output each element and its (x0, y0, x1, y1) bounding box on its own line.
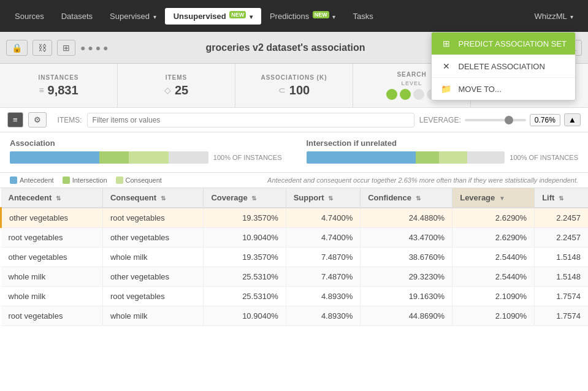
cell-leverage: 2.6290% (452, 228, 535, 248)
leverage-value: 0.76% (530, 114, 560, 126)
table-row[interactable]: root vegetablesother vegetables10.9040%4… (1, 228, 589, 248)
nav-tasks[interactable]: Tasks (344, 8, 381, 25)
move-icon: 📁 (440, 84, 452, 94)
list-view-btn[interactable]: ≡ (7, 112, 23, 127)
cell-consequent: other vegetables (102, 267, 204, 287)
cell-leverage: 2.1090% (452, 306, 535, 326)
cell-support: 4.7400% (286, 228, 361, 248)
legend-consequent-dot (116, 177, 123, 184)
cell-lift: 1.5148 (535, 267, 588, 287)
items-filter-label: ITEMS: (58, 116, 82, 124)
supervised-arrow: ▾ (153, 13, 156, 20)
instances-label: INSTANCES (38, 74, 78, 81)
support-sort: ⇅ (328, 195, 333, 202)
table-header: Antecedent ⇅ Consequent ⇅ Coverage ⇅ Sup… (1, 188, 589, 208)
nav-user[interactable]: WhizzML ▾ (525, 8, 582, 25)
consequent-sort: ⇅ (161, 195, 166, 202)
table-body: other vegetablesroot vegetables19.3570%4… (1, 208, 589, 326)
intersection-unrelated-title: Intersection if unrelated (307, 139, 579, 148)
cell-confidence: 29.3230% (361, 267, 452, 287)
hierarchy-btn[interactable]: ⛓ (32, 40, 52, 56)
cell-confidence: 38.6760% (361, 248, 452, 267)
cell-leverage: 2.5440% (452, 248, 535, 267)
table-row[interactable]: other vegetableswhole milk19.3570%7.4870… (1, 248, 589, 267)
top-navigation: Sources Datasets Supervised ▾ Unsupervis… (0, 0, 588, 32)
predict-icon: ⊞ (440, 39, 452, 48)
nav-datasets[interactable]: Datasets (53, 8, 101, 25)
move-to-item[interactable]: 📁 MOVE TO... (432, 78, 576, 100)
nav-sources[interactable]: Sources (6, 8, 53, 25)
filter-btn-icon[interactable]: ⚙ (28, 112, 47, 127)
association-bar (10, 151, 208, 164)
table-row[interactable]: other vegetablesroot vegetables19.3570%4… (1, 208, 589, 228)
filter-bar: ≡ ⚙ ITEMS: LEVERAGE: 0.76% ▲ (0, 108, 588, 132)
level-dot-3 (413, 89, 424, 100)
leverage-slider[interactable] (465, 119, 526, 121)
status-dots: ● ● ● ● (80, 43, 109, 53)
cell-support: 4.7400% (286, 208, 361, 228)
cell-coverage: 19.3570% (204, 248, 286, 267)
items-icon: ◇ (164, 85, 171, 95)
cell-antecedent: root vegetables (1, 228, 103, 248)
cell-antecedent: other vegetables (1, 248, 103, 267)
cell-support: 4.8930% (286, 287, 361, 306)
leverage-sort: ▼ (499, 195, 505, 202)
col-lift[interactable]: Lift ⇅ (535, 188, 588, 208)
table-wrapper[interactable]: Antecedent ⇅ Consequent ⇅ Coverage ⇅ Sup… (0, 188, 588, 391)
col-coverage[interactable]: Coverage ⇅ (204, 188, 286, 208)
association-bar-antecedent (10, 151, 99, 164)
move-to-label: MOVE TO... (459, 85, 502, 94)
cell-coverage: 19.3570% (204, 208, 286, 228)
legend: Antecedent Intersection Consequent (10, 177, 162, 184)
content-area: 🔒 ⛓ ⊞ ● ● ● ● groceries v2 dataset's ass… (0, 32, 588, 391)
leverage-up-btn[interactable]: ▲ (564, 113, 581, 126)
association-bar-consequent (129, 151, 169, 164)
cell-consequent: root vegetables (102, 287, 204, 306)
table-row[interactable]: root vegetableswhole milk10.9040%4.8930%… (1, 306, 589, 326)
stat-instances: INSTANCES ≡ 9,831 (0, 64, 118, 107)
cell-lift: 1.7574 (535, 287, 588, 306)
items-value: 25 (175, 83, 188, 97)
col-antecedent[interactable]: Antecedent ⇅ (1, 188, 103, 208)
col-consequent[interactable]: Consequent ⇅ (102, 188, 204, 208)
legend-antecedent-dot (10, 177, 17, 184)
lift-sort: ⇅ (559, 195, 563, 202)
legend-antecedent: Antecedent (10, 177, 54, 184)
items-label: ITEMS (166, 74, 188, 81)
lock-btn[interactable]: 🔒 (6, 40, 28, 56)
associations-icon: ⊂ (278, 85, 286, 95)
stat-associations: ASSOCIATIONS (K) ⊂ 100 (235, 64, 353, 107)
col-leverage[interactable]: Leverage ▼ (452, 188, 535, 208)
predictions-badge: NEW (313, 11, 329, 18)
nav-predictions[interactable]: Predictions NEW ▾ (261, 8, 345, 25)
confidence-sort: ⇅ (416, 195, 421, 202)
delete-association-item[interactable]: ✕ DELETE ASSOCIATION (432, 55, 576, 78)
legend-intersection-dot (63, 177, 70, 184)
association-bar-intersection (99, 151, 129, 164)
unsupervised-badge: NEW (229, 11, 246, 18)
items-search-input[interactable] (87, 113, 414, 127)
col-support[interactable]: Support ⇅ (286, 188, 361, 208)
page-title: groceries v2 dataset's association (113, 42, 458, 53)
association-pct: 100% OF INSTANCES (213, 154, 282, 161)
col-confidence[interactable]: Confidence ⇅ (361, 188, 452, 208)
cell-coverage: 10.9040% (204, 306, 286, 326)
grid-btn[interactable]: ⊞ (57, 40, 75, 56)
cell-antecedent: other vegetables (1, 208, 103, 228)
predict-association-item[interactable]: ⊞ PREDICT ASSOCIATION SET (432, 32, 576, 55)
legend-intersection-label: Intersection (72, 177, 107, 184)
associations-value: 100 (289, 83, 310, 97)
coverage-sort: ⇅ (251, 195, 256, 202)
cell-coverage: 25.5310% (204, 287, 286, 306)
nav-supervised[interactable]: Supervised ▾ (101, 8, 165, 25)
nav-unsupervised[interactable]: Unsupervised NEW ▾ (165, 8, 261, 25)
cell-lift: 2.2457 (535, 208, 588, 228)
table-row[interactable]: whole milkother vegetables25.5310%7.4870… (1, 267, 589, 287)
association-title: Association (10, 139, 282, 148)
table-row[interactable]: whole milkroot vegetables25.5310%4.8930%… (1, 287, 589, 306)
legend-antecedent-label: Antecedent (20, 177, 54, 184)
antecedent-sort: ⇅ (56, 195, 61, 202)
intersection-bar-intersection (416, 151, 440, 164)
cell-coverage: 10.9040% (204, 228, 286, 248)
predict-association-label: PREDICT ASSOCIATION SET (459, 39, 567, 48)
